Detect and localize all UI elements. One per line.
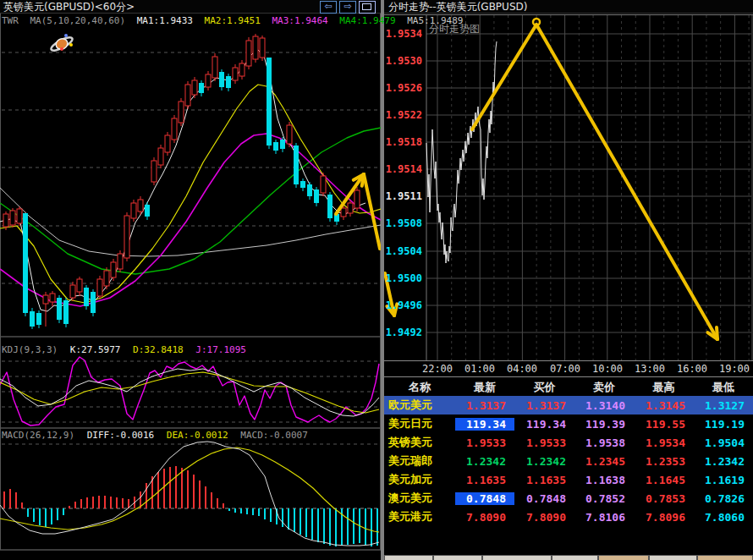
quote-value: 7.8090	[455, 511, 514, 524]
candle-up	[179, 102, 184, 123]
candle-up	[287, 125, 292, 144]
ma3-value: MA3:1.9464	[272, 15, 327, 26]
quote-row-澳元美元[interactable]: 澳元美元0.78480.78480.78520.78530.7826	[384, 489, 753, 508]
price-axis-label: 1.9530	[384, 55, 422, 67]
time-axis-label: 04:00	[503, 363, 541, 375]
candlestick-panel: 英镑美元(GBPUSD)<60分> ⇦ ⇨ TWR MA(5,10,20,40,…	[0, 0, 381, 560]
price-axis-label: 1.9522	[384, 109, 422, 121]
saturn-logo-icon	[49, 34, 74, 54]
quote-value: 1.2342	[514, 455, 574, 468]
candlestick-chart-canvas[interactable]	[0, 0, 381, 560]
taskbar-fragment[interactable]	[482, 555, 552, 560]
candle-up	[260, 38, 265, 58]
candle-up	[321, 176, 326, 193]
price-axis-label: 1.9518	[384, 136, 422, 148]
quote-value: 1.1619	[694, 474, 753, 486]
price-axis-label: 1.9511	[384, 190, 422, 202]
column-header[interactable]: 最新	[455, 380, 514, 395]
candle-down	[273, 142, 278, 151]
minute-chart-label: 分时走势图	[429, 22, 480, 36]
kdj-d-value: D:32.8418	[133, 344, 184, 355]
column-header[interactable]: 卖价	[574, 380, 634, 395]
minute-trend-chart[interactable]: 分时走势图 1.95341.95301.95261.95221.95181.95…	[384, 14, 753, 360]
candle-down	[30, 311, 35, 327]
macd-diff-line	[0, 442, 379, 546]
time-axis-label: 01:00	[461, 363, 498, 375]
candle-down	[300, 181, 305, 188]
candle-down	[280, 140, 285, 149]
kdj-j-value: J:17.1095	[195, 344, 246, 355]
candle-up	[43, 295, 48, 304]
quote-value: 119.55	[634, 418, 694, 431]
column-header[interactable]: 买价	[514, 380, 574, 395]
pair-name: 英镑美元	[384, 435, 455, 450]
candle-down	[36, 313, 41, 325]
quote-row-英镑美元[interactable]: 英镑美元1.95331.95331.95381.95341.9504	[384, 433, 753, 452]
time-axis-label: 16:00	[673, 363, 711, 375]
trend-annotation-line	[536, 25, 717, 339]
pair-name: 美元瑞郎	[384, 453, 455, 469]
quote-value: 1.9538	[574, 436, 634, 449]
candle-down	[57, 298, 62, 320]
quote-value: 7.8090	[514, 511, 574, 524]
candle-down	[23, 213, 28, 313]
quote-value: 1.9534	[634, 436, 694, 449]
quote-value: 7.8060	[694, 511, 753, 524]
ma1-line	[0, 49, 366, 311]
quote-row-美元瑞郎[interactable]: 美元瑞郎1.23421.23421.23451.23531.2342	[384, 452, 753, 470]
quote-value: 7.8106	[574, 511, 634, 524]
taskbar-fragment[interactable]	[552, 555, 598, 560]
price-axis-label: 1.9492	[384, 327, 422, 338]
trend-annotation-line	[472, 25, 536, 129]
minute-trend-panel: 分时走势--英镑美元(GBPUSD) 分时走势图 1.95341.95301.9…	[384, 0, 753, 560]
quote-value: 1.9533	[514, 436, 574, 449]
price-axis-label: 1.9504	[384, 245, 422, 257]
pair-name: 美元日元	[384, 416, 455, 431]
taskbar-fragment[interactable]	[384, 555, 433, 560]
quote-row-欧元美元[interactable]: 欧元美元1.31371.31371.31401.31451.3127	[384, 396, 753, 415]
candle-down	[314, 189, 319, 203]
taskbar-fragment[interactable]	[649, 555, 697, 560]
quote-value: 0.7848	[514, 492, 574, 505]
column-header[interactable]: 名称	[384, 380, 455, 395]
candle-down	[63, 300, 69, 324]
price-axis-label: 1.9496	[384, 299, 422, 311]
taskbar-fragment[interactable]	[433, 555, 482, 560]
quote-table: 名称最新买价卖价最高最低欧元美元1.31371.31371.31401.3145…	[384, 378, 753, 526]
candle-up	[158, 148, 163, 165]
candle-up	[253, 36, 258, 59]
candle-up	[355, 190, 360, 208]
kdj-indicator-row: KDJ(9,3,3) K:27.5977 D:32.8418 J:17.1095	[2, 344, 253, 355]
quote-value: 1.9533	[455, 436, 514, 449]
quote-value: 1.3137	[514, 399, 574, 412]
candle-up	[165, 135, 170, 152]
pair-name: 美元加元	[384, 472, 455, 487]
quote-row-美元日元[interactable]: 美元日元119.34119.34119.39119.55119.19	[384, 415, 753, 433]
column-header[interactable]: 最高	[634, 380, 694, 395]
candle-up	[341, 208, 346, 217]
quote-value: 1.9504	[694, 436, 753, 449]
ma4-value: MA4:1.9479	[339, 15, 395, 26]
candle-up	[151, 161, 157, 182]
macd-params-label: MACD(26,12,9)	[2, 430, 74, 441]
taskbar-fragment[interactable]	[697, 555, 753, 560]
quote-row-美元加元[interactable]: 美元加元1.16351.16351.16381.16451.1619	[384, 470, 753, 489]
quote-row-美元港元[interactable]: 美元港元7.80907.80907.81067.80967.8060	[384, 508, 753, 526]
kdj-k-value: K:27.5977	[70, 344, 121, 355]
quote-table-header: 名称最新买价卖价最高最低	[384, 378, 753, 396]
taskbar-fragment[interactable]	[598, 555, 649, 560]
time-axis-label: 19:00	[716, 363, 753, 375]
price-axis-label: 1.9534	[384, 28, 422, 40]
candle-up	[192, 80, 197, 95]
candle-up	[50, 294, 55, 302]
right-window-titlebar[interactable]: 分时走势--英镑美元(GBPUSD)	[384, 0, 753, 14]
indicator-name: TWR	[2, 15, 19, 26]
quote-value: 1.2342	[694, 455, 753, 468]
candle-down	[294, 145, 299, 184]
column-header[interactable]: 最低	[694, 380, 753, 395]
quote-value: 1.1645	[634, 474, 694, 486]
candle-up	[104, 271, 109, 286]
minute-trend-canvas	[384, 15, 753, 360]
pair-name: 美元港元	[384, 509, 455, 524]
candle-down	[327, 195, 333, 218]
